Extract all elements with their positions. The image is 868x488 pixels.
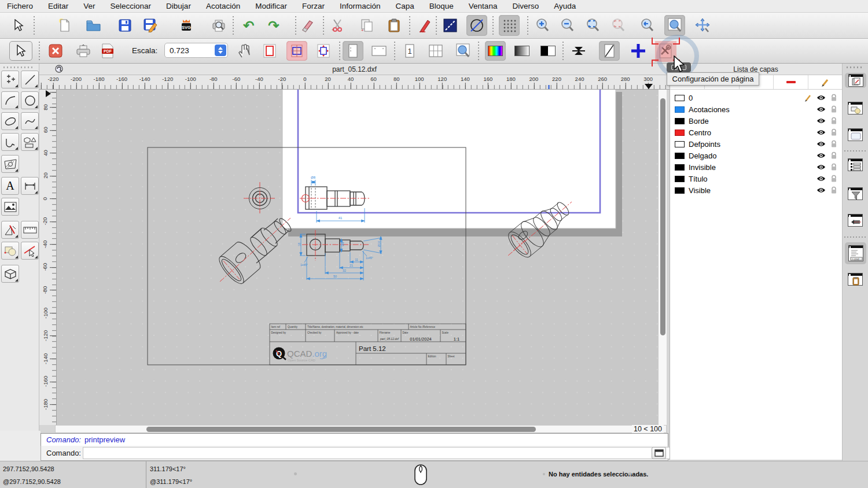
layer-name[interactable]: Visible: [689, 186, 815, 195]
library-browser-panel-button[interactable]: [847, 213, 864, 228]
block-tool[interactable]: [1, 242, 19, 260]
solid-tool[interactable]: [1, 265, 19, 283]
arc-tool[interactable]: [1, 91, 19, 109]
layer-lock-toggle[interactable]: [827, 140, 840, 148]
layer-visibility-toggle[interactable]: [815, 130, 827, 135]
select-arrow-button[interactable]: [8, 15, 29, 36]
print-button[interactable]: [73, 41, 94, 61]
menu-item[interactable]: Fichero: [7, 2, 33, 10]
layer-name[interactable]: Centro: [689, 128, 815, 137]
hatch-tool[interactable]: [1, 155, 19, 173]
save-as-button[interactable]: [140, 15, 161, 36]
polyline-tool[interactable]: [1, 133, 19, 151]
draft-mode-button[interactable]: [466, 15, 487, 36]
horizontal-scrollbar[interactable]: 10 < 100: [55, 425, 667, 433]
layer-color-swatch[interactable]: [675, 153, 685, 159]
grid-button[interactable]: [499, 15, 520, 36]
layers-edit-button[interactable]: [808, 75, 843, 89]
close-preview-button[interactable]: [45, 41, 66, 61]
property-editor-panel-button[interactable]: [847, 157, 864, 172]
layer-visibility-toggle[interactable]: [815, 118, 827, 124]
pan-button[interactable]: [692, 15, 713, 36]
layer-row[interactable]: Título: [670, 173, 843, 184]
lineweight-button[interactable]: [440, 15, 461, 36]
point-tool[interactable]: [1, 71, 19, 88]
pdf-export-button[interactable]: PDF: [97, 41, 118, 61]
horizontal-scrollbar-thumb[interactable]: [146, 427, 536, 432]
layer-lock-toggle[interactable]: [827, 186, 840, 194]
layer-visibility-toggle[interactable]: [815, 164, 827, 170]
menu-item[interactable]: Ventana: [469, 2, 498, 10]
layer-lock-toggle[interactable]: [827, 175, 840, 183]
layer-row[interactable]: Defpoints: [670, 138, 843, 150]
panel-drag-handle[interactable]: [3, 66, 34, 68]
layer-color-swatch[interactable]: [675, 141, 685, 147]
image-tool[interactable]: [1, 198, 19, 216]
open-file-button[interactable]: [83, 15, 104, 36]
menu-item[interactable]: Ver: [83, 2, 95, 10]
layer-name[interactable]: Defpoints: [689, 140, 815, 149]
modify-tool[interactable]: [21, 242, 39, 260]
selection-filter-panel-button[interactable]: [847, 186, 864, 201]
block-list-panel-button[interactable]: [847, 101, 864, 116]
paper-fill-button[interactable]: [286, 41, 307, 61]
bw-mode-button[interactable]: [538, 41, 558, 61]
layer-list-panel-button[interactable]: [845, 73, 866, 88]
landscape-button[interactable]: [369, 41, 389, 61]
layer-visibility-toggle[interactable]: [815, 141, 827, 147]
layer-name[interactable]: Título: [689, 175, 815, 183]
zoom-previous-button[interactable]: [637, 15, 658, 36]
layer-color-swatch[interactable]: [675, 130, 685, 136]
menu-item[interactable]: Bloque: [429, 2, 454, 10]
zoom-out-button[interactable]: [557, 15, 578, 36]
crosshair-button[interactable]: [628, 41, 649, 61]
new-file-button[interactable]: [54, 15, 75, 36]
copy-button[interactable]: +: [356, 15, 377, 36]
layer-color-swatch[interactable]: [675, 164, 685, 171]
layer-row[interactable]: Borde: [670, 115, 843, 127]
layer-lock-toggle[interactable]: [827, 128, 840, 136]
layer-row[interactable]: 0: [670, 92, 843, 103]
command-line-panel-button[interactable]: > cmd: [845, 242, 866, 264]
layer-row[interactable]: Delgado: [670, 150, 843, 161]
tab-document[interactable]: part_05.12.dxf: [39, 65, 670, 73]
menu-item[interactable]: Forzar: [302, 2, 325, 10]
vertical-scrollbar-thumb[interactable]: [660, 98, 665, 335]
pan-hand-button[interactable]: [234, 41, 255, 61]
command-input[interactable]: [83, 447, 689, 459]
redo-button[interactable]: ↷: [263, 15, 284, 36]
dimension-tool[interactable]: [21, 177, 39, 195]
layer-visibility-toggle[interactable]: [815, 153, 827, 158]
offset-button[interactable]: [568, 41, 589, 61]
circle-tool[interactable]: [21, 91, 39, 109]
clipboard-panel-button[interactable]: [847, 272, 864, 287]
layer-color-swatch[interactable]: [675, 118, 685, 124]
layer-row[interactable]: Invisible: [670, 161, 843, 173]
zoom-in-button[interactable]: [532, 15, 553, 36]
zoom-page-button[interactable]: [453, 41, 473, 61]
layer-color-swatch[interactable]: [675, 176, 685, 182]
layers-remove-button[interactable]: [774, 75, 808, 89]
cut-button[interactable]: +: [327, 15, 348, 36]
paper-borders-button[interactable]: [259, 41, 280, 61]
layer-lock-toggle[interactable]: [827, 151, 840, 160]
ellipse-tool[interactable]: [1, 112, 19, 130]
fit-page-button[interactable]: [313, 41, 334, 61]
menu-item[interactable]: Acotación: [206, 2, 240, 10]
multi-page-button[interactable]: [425, 41, 446, 61]
layer-name[interactable]: Invisible: [689, 163, 815, 172]
command-options-button[interactable]: [652, 447, 666, 459]
grayscale-mode-button[interactable]: [512, 41, 532, 61]
save-button[interactable]: [115, 15, 135, 36]
zoom-auto-button[interactable]: [583, 15, 604, 36]
menu-item[interactable]: Información: [340, 2, 381, 10]
paste-button[interactable]: [384, 15, 404, 36]
layer-color-swatch[interactable]: [675, 187, 685, 194]
layer-visibility-toggle[interactable]: [815, 187, 827, 193]
layer-row[interactable]: Acotaciones: [670, 103, 843, 115]
undo-button[interactable]: ↶: [238, 15, 259, 36]
diagonal-preview-button[interactable]: [599, 41, 620, 61]
vertical-scrollbar[interactable]: [658, 90, 667, 425]
scale-input[interactable]: [170, 46, 214, 55]
layer-row[interactable]: Centro: [670, 127, 843, 138]
